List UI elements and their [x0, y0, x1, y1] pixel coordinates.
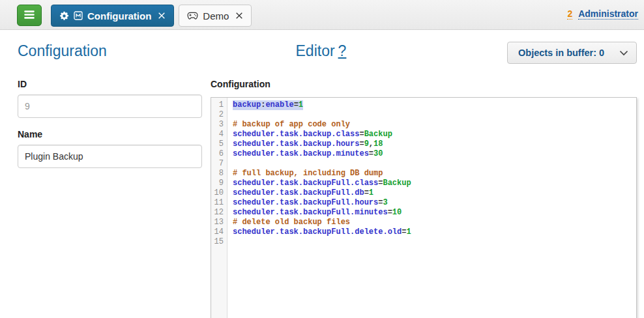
tab-demo[interactable]: Demo	[179, 5, 252, 27]
code-line-text: scheduler.task.backupFull.class=Backup	[227, 179, 411, 188]
line-number: 11	[211, 198, 227, 208]
code-line: 5scheduler.task.backup.hours=9,18	[211, 139, 636, 149]
code-lines: 1backup:enable=123# backup of app code o…	[211, 98, 636, 247]
line-number: 8	[211, 169, 227, 179]
page-subtitle: Editor?	[295, 42, 346, 60]
line-number: 10	[211, 188, 227, 198]
line-number: 14	[211, 227, 227, 237]
code-line-text: scheduler.task.backup.hours=9,18	[227, 139, 383, 149]
editor-panel: Configuration 1backup:enable=123# backup…	[211, 79, 637, 318]
tab-label: Demo	[203, 10, 229, 22]
topbar: Configuration Demo 2 Administrator	[0, 0, 644, 30]
code-line: 7	[211, 159, 636, 169]
line-number: 9	[211, 179, 227, 188]
buffer-label: Objects in buffer: 0	[518, 48, 619, 58]
tab-label: Configuration	[87, 10, 151, 22]
line-number: 15	[211, 237, 227, 247]
code-line-text: scheduler.task.backupFull.hours=3	[227, 198, 388, 208]
code-line: 14scheduler.task.backupFull.delete.old=1	[211, 227, 636, 237]
line-number: 6	[211, 149, 227, 159]
line-number: 4	[211, 130, 227, 139]
code-line-text: scheduler.task.backup.class=Backup	[227, 130, 392, 139]
topbar-user-area: 2 Administrator	[567, 8, 638, 20]
menu-button[interactable]	[17, 5, 42, 26]
configuration-label: Configuration	[211, 79, 637, 89]
code-line: 13# delete old backup files	[211, 218, 636, 227]
code-line-text: scheduler.task.backup.minutes=30	[227, 149, 383, 159]
code-line-text	[227, 110, 233, 120]
code-line-text: # backup of app code only	[227, 120, 350, 130]
line-number: 1	[211, 100, 227, 110]
code-editor[interactable]: 1backup:enable=123# backup of app code o…	[211, 97, 637, 318]
code-line: 6scheduler.task.backup.minutes=30	[211, 149, 636, 159]
code-line: 11scheduler.task.backupFull.hours=3	[211, 198, 636, 208]
tab-bar: Configuration Demo	[51, 5, 252, 27]
id-label: ID	[18, 79, 202, 89]
code-line: 12scheduler.task.backupFull.minutes=10	[211, 208, 636, 218]
chevron-down-icon	[619, 47, 628, 59]
app-window-icon	[74, 11, 83, 20]
code-line-text: scheduler.task.backupFull.delete.old=1	[227, 227, 411, 237]
gamepad-icon	[187, 12, 198, 20]
page-title: Configuration	[18, 42, 107, 60]
help-link[interactable]: ?	[338, 42, 347, 59]
tab-configuration[interactable]: Configuration	[51, 5, 174, 27]
detail-form: ID Name	[18, 79, 202, 179]
code-line: 8# full backup, including DB dump	[211, 169, 636, 179]
line-number: 13	[211, 218, 227, 227]
code-line: 10scheduler.task.backupFull.db=1	[211, 188, 636, 198]
line-number: 7	[211, 159, 227, 169]
line-number: 12	[211, 208, 227, 218]
gear-icon	[59, 11, 69, 21]
code-line-text: # full backup, including DB dump	[227, 169, 383, 179]
administrator-link[interactable]: Administrator	[578, 8, 638, 20]
code-line-text	[227, 159, 233, 169]
code-line-text	[227, 237, 233, 247]
name-label: Name	[18, 129, 202, 139]
close-icon[interactable]	[235, 12, 243, 20]
code-line: 4scheduler.task.backup.class=Backup	[211, 130, 636, 139]
notification-count-link[interactable]: 2	[567, 8, 572, 20]
page: Configuration Demo 2 Administrator Confi…	[0, 0, 644, 318]
code-line: 9scheduler.task.backupFull.class=Backup	[211, 179, 636, 188]
line-number: 3	[211, 120, 227, 130]
id-field[interactable]	[18, 94, 202, 118]
close-icon[interactable]	[158, 12, 166, 20]
code-line-text: scheduler.task.backupFull.minutes=10	[227, 208, 402, 218]
code-line: 3# backup of app code only	[211, 120, 636, 130]
objects-buffer-dropdown[interactable]: Objects in buffer: 0	[507, 42, 637, 64]
code-line: 15	[211, 237, 636, 247]
code-line-text: scheduler.task.backupFull.db=1	[227, 188, 373, 198]
subtitle-text: Editor	[295, 42, 334, 59]
hamburger-icon	[24, 10, 35, 22]
line-number: 5	[211, 139, 227, 149]
code-line: 1backup:enable=1	[211, 100, 636, 110]
name-field[interactable]	[18, 145, 202, 168]
header-row: Configuration Editor? Objects in buffer:…	[0, 38, 644, 70]
code-line-text: # delete old backup files	[227, 218, 350, 227]
code-line: 2	[211, 110, 636, 120]
line-number: 2	[211, 110, 227, 120]
code-line-text-selected: backup:enable=1	[233, 100, 303, 110]
